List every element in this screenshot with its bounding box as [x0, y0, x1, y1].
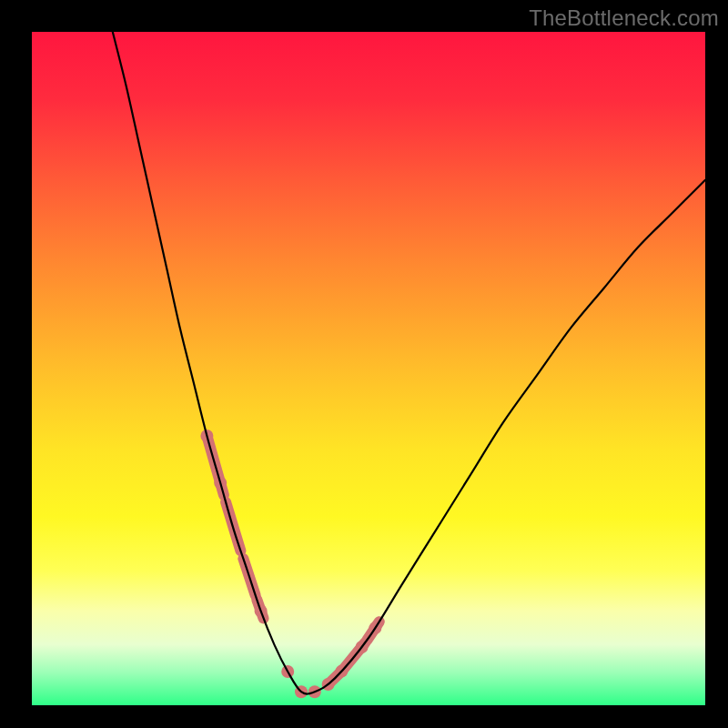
gradient-background	[32, 32, 705, 705]
chart-svg	[32, 32, 705, 705]
watermark-text: TheBottleneck.com	[529, 5, 719, 31]
chart-stage: TheBottleneck.com	[0, 0, 728, 728]
plot-area	[32, 32, 705, 705]
